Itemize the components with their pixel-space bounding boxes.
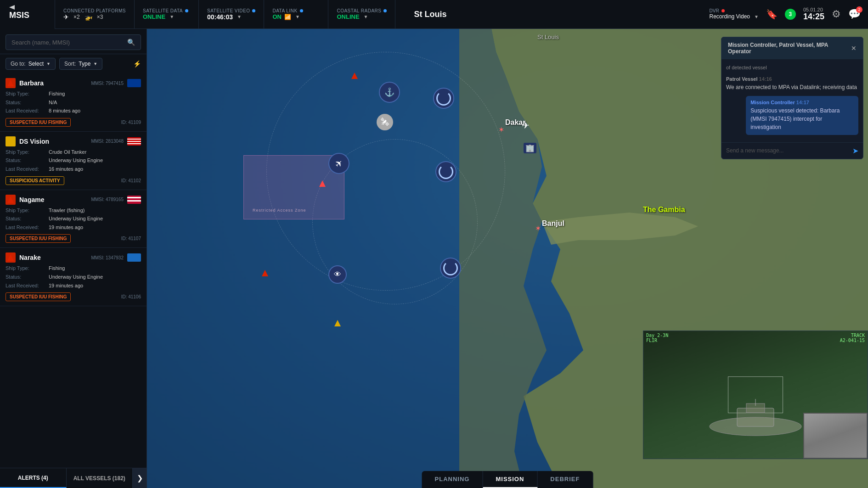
dvr-value[interactable]: Recording Video ▼ [710,13,759,20]
vessel-icon-narake [6,252,16,263]
vessel-id-dsvision: ID: 41102 [121,178,141,183]
search-icon[interactable]: 🔍 [127,39,135,46]
coastal-radars-section: Coastal Radars ONLINE ▼ [328,0,395,29]
sort-label: Sort: [64,61,76,67]
coastal-radars-dropdown[interactable]: ▼ [364,14,368,19]
satellite-data-dropdown[interactable]: ▼ [169,14,174,19]
radar-station-1[interactable] [433,88,454,109]
flag-barbara [127,79,141,87]
chat-header: Mission Controller, Patrol Vessel, MPA O… [721,37,863,59]
sidebar-bottom-tabs: ALERTS (4) ALL VESSELS (182) ❯ [0,468,147,488]
dvr-video-panel: Day 2-3NFLIR TRACKA2-041-15 [643,331,868,459]
filter-icon[interactable]: ⚡ [133,60,141,67]
bookmark-icon[interactable]: 🔖 [766,9,778,20]
vessel-marker-2[interactable] [262,270,268,276]
vessel-detail-barbara: Ship Type: Fishing Status: N/A Last Rece… [6,90,141,115]
vessel-card-nagame[interactable]: Nagame MMSI: 4789165 Ship Type: Trawler … [0,190,147,248]
satellite-marker[interactable]: 🛰 [377,114,393,130]
vessel-detail-dsvision: Ship Type: Crude Oil Tanker Status: Unde… [6,148,141,174]
patrol-plane-1[interactable]: ✈ [328,153,349,174]
sidebar-collapse-arrow[interactable]: ❯ [133,468,147,488]
gambia-label: The Gambia [643,206,685,214]
search-input[interactable] [11,39,127,46]
vessel-name-narake: Narake [19,254,41,261]
drone-marker-1[interactable]: 👁 [328,265,347,284]
satellite-video-value[interactable]: 00:46:03 ▼ [207,13,242,21]
goto-dropdown[interactable]: Go to: Select ▼ [6,58,56,70]
chat-message-mc-wrapper: Mission Controller 14:17 Suspicious vess… [726,96,858,138]
tab-mission[interactable]: MISSION [483,471,537,488]
chat-send-button[interactable]: ➤ [852,146,858,155]
banjul-label: Banjul [542,219,564,228]
vessel-card-dsvision[interactable]: DS Vision MMSI: 2813048 Ship Type: Crude… [0,132,147,190]
tab-planning[interactable]: PLANNING [422,471,483,488]
top-navigation: MSIS Connected Platforms ✈ ×2 🚁 ×3 Satel… [0,0,868,29]
vessel-list: Barbara MMSI: 7947415 Ship Type: Fishing… [0,73,147,468]
chat-body: of detected vessel Patrol Vessel 14:16 W… [721,59,863,142]
vessel-mmsi-narake: MMSI: 1347932 [91,255,124,260]
map-tabs: PLANNING MISSION DEBRIEF [422,471,593,488]
satellite-data-section: Satellite Data ONLINE ▼ [135,0,199,29]
satellite-video-section: Satellite Video 00:46:03 ▼ [199,0,264,29]
building-icon: 🏢 [524,143,536,153]
goto-label: Go to: [11,61,26,67]
dvr-thumbnail[interactable] [803,413,868,459]
svg-text:MSIS: MSIS [9,11,29,20]
sort-value: Type [79,61,90,67]
sidebar: 🔍 Go to: Select ▼ Sort: Type ▼ ⚡ Barbara [0,29,147,488]
dvr-section: DVR Recording Video ▼ [710,8,759,20]
patrol-vessel-1[interactable]: ⚓ [379,82,400,103]
chat-input-row: ➤ [721,142,863,159]
vessel-name-nagame: Nagame [19,196,44,203]
settings-icon[interactable]: ⚙ [832,8,841,20]
platform-icon-1: ✈ [63,13,69,21]
vessel-id-narake: ID: 41106 [121,294,141,299]
tab-alerts[interactable]: ALERTS (4) [0,468,67,488]
vessel-marker-1[interactable] [351,73,358,79]
search-box[interactable]: 🔍 [6,34,141,50]
alert-badge-barbara: Suspected IUU Fishing [6,118,71,127]
data-link-dropdown[interactable]: ▼ [295,14,300,19]
flag-narake [127,253,141,262]
patrol-vessel-message: We are connected to MPA via Datalink; re… [726,83,858,91]
radar-station-2[interactable] [435,161,457,182]
notification-badge[interactable]: 3 [785,9,796,20]
goto-chevron: ▼ [46,62,51,66]
satellite-video-dropdown[interactable]: ▼ [237,14,242,19]
chat-message-patrol: Patrol Vessel 14:16 We are connected to … [726,76,858,91]
vessel-card-barbara[interactable]: Barbara MMSI: 7947415 Ship Type: Fishing… [0,73,147,132]
dvr-dropdown[interactable]: ▼ [754,14,759,19]
vessel-marker-3[interactable] [319,180,326,187]
mc-message: Suspicious vessel detected: Barbara (MMS… [750,107,854,131]
chat-panel: Mission Controller, Patrol Vessel, MPA O… [721,37,863,159]
vessel-header-nagame: Nagame MMSI: 4789165 [6,195,141,205]
data-link-status[interactable]: ON 📶 ▼ [272,13,299,20]
goto-value: Select [28,61,44,67]
vessel-name-dsvision: DS Vision [19,138,49,145]
vessel-footer-narake: Suspected IUU Fishing ID: 41106 [6,292,141,301]
tab-all-vessels[interactable]: ALL VESSELS (182) [67,468,133,488]
vessel-footer-barbara: Suspected IUU Fishing ID: 41109 [6,118,141,127]
mc-sender: Mission Controller 14:17 [750,100,854,105]
restricted-zone-label: Restricted Access Zone [253,208,306,213]
coastal-radars-status[interactable]: ONLINE ▼ [337,13,368,20]
sort-dropdown[interactable]: Sort: Type ▼ [59,58,102,70]
tab-debrief[interactable]: DEBRIEF [537,471,593,488]
vessel-footer-dsvision: Suspicious Activity ID: 41102 [6,176,141,185]
chat-bubble-mission-controller: Mission Controller 14:17 Suspicious vess… [746,96,858,135]
connected-platforms-section: Connected Platforms ✈ ×2 🚁 ×3 [55,0,135,29]
dvr-ship-svg [705,399,806,440]
vessel-footer-nagame: Suspected IUU Fishing ID: 41107 [6,234,141,243]
radar-station-3[interactable] [440,258,461,279]
connected-platforms-icons: ✈ ×2 🚁 ×3 [63,13,103,21]
vessel-card-narake[interactable]: Narake MMSI: 1347932 Ship Type: Fishing … [0,248,147,306]
chat-close-button[interactable]: ✕ [851,45,857,52]
vessel-marker-yellow-1[interactable] [334,320,341,326]
connected-platforms-label: Connected Platforms [63,8,126,13]
vessel-header-barbara: Barbara MMSI: 7947415 [6,78,141,88]
chat-input[interactable] [726,147,849,154]
svg-marker-1 [9,5,15,10]
messages-icon[interactable]: 💬 2 [848,8,861,20]
satellite-data-status[interactable]: ONLINE ▼ [143,13,174,20]
triangle-icon [7,138,14,145]
